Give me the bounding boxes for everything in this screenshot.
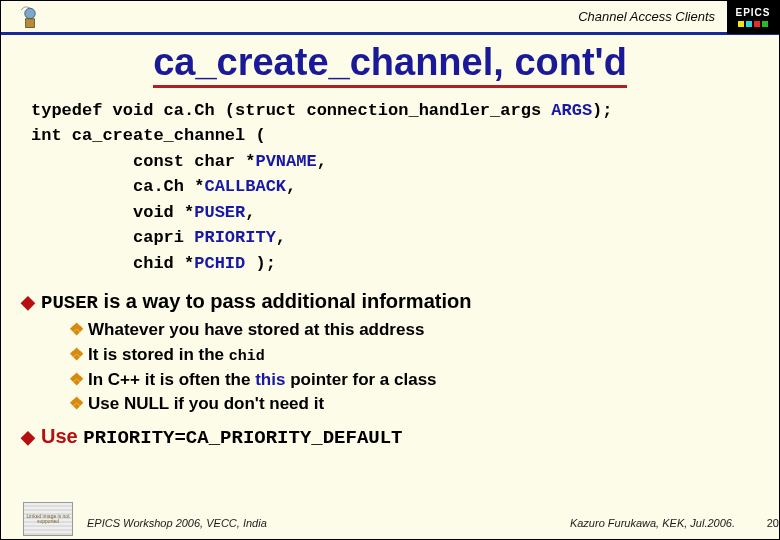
header-bar: Channel Access Clients EPICS <box>1 1 779 35</box>
svg-rect-1 <box>26 18 35 27</box>
sub-bullet: ❖ In C++ it is often the this pointer fo… <box>69 368 779 393</box>
footer-right: Kazuro Furukawa, KEK, Jul.2006. <box>570 517 735 529</box>
slide-title: ca_create_channel, cont'd <box>153 43 627 88</box>
puser-label: PUSER <box>41 292 98 314</box>
header-topic: Channel Access Clients <box>578 9 715 24</box>
small-diamond-icon: ❖ <box>69 368 84 393</box>
small-diamond-icon: ❖ <box>69 343 84 368</box>
bullet-priority: ◆ Use PRIORITY=CA_PRIORITY_DEFAULT <box>21 425 779 449</box>
bullet-puser: ◆ PUSER is a way to pass additional info… <box>21 290 779 314</box>
sub-bullet: ❖ It is stored in the chid <box>69 343 779 368</box>
code-block: typedef void ca.Ch (struct connection_ha… <box>31 98 779 277</box>
small-diamond-icon: ❖ <box>69 318 84 343</box>
thumbnail-placeholder: Linked image is not supported <box>23 502 73 536</box>
footer: Linked image is not supported EPICS Work… <box>1 513 779 533</box>
svg-point-0 <box>25 8 36 19</box>
diamond-icon: ◆ <box>21 425 35 449</box>
sub-bullet: ❖ Use NULL if you don't need it <box>69 392 779 417</box>
emblem-icon <box>1 0 59 34</box>
bullet-list: ◆ PUSER is a way to pass additional info… <box>21 290 779 449</box>
small-diamond-icon: ❖ <box>69 392 84 417</box>
footer-left: EPICS Workshop 2006, VECC, India <box>87 517 267 529</box>
epics-logo: EPICS <box>727 0 779 34</box>
sub-bullet-list: ❖ Whatever you have stored at this addre… <box>69 318 779 417</box>
diamond-icon: ◆ <box>21 290 35 314</box>
slide: Channel Access Clients EPICS ca_create_c… <box>0 0 780 540</box>
page-number: 20 <box>751 517 779 529</box>
sub-bullet: ❖ Whatever you have stored at this addre… <box>69 318 779 343</box>
epics-label: EPICS <box>735 7 770 18</box>
epics-dots <box>738 21 768 27</box>
